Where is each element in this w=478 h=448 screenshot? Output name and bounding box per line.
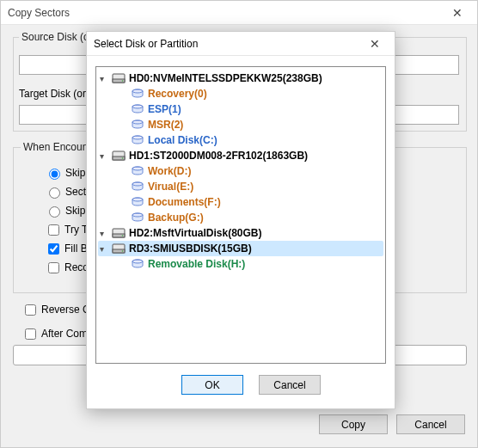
disk-icon bbox=[112, 72, 126, 84]
tree-node-label: RD3:SMIUSBDISK(15GB) bbox=[129, 242, 252, 255]
tree-partition-node[interactable]: Removable Disk(H:) bbox=[117, 256, 383, 272]
partition-icon bbox=[131, 165, 144, 177]
disk-tree[interactable]: ▾HD0:NVMeINTELSSDPEKKW25(238GB)Recovery(… bbox=[95, 66, 386, 364]
select-disk-window: Select Disk or Partition ✕ ▾HD0:NVMeINTE… bbox=[86, 31, 395, 409]
tree-partition-node[interactable]: Local Disk(C:) bbox=[117, 132, 383, 148]
target-label: Target Disk (or bbox=[19, 88, 86, 100]
tree-node-label: Work(D:) bbox=[148, 165, 191, 177]
tree-node-label: MSR(2) bbox=[148, 119, 183, 131]
partition-icon bbox=[131, 88, 144, 100]
tree-partition-node[interactable]: Virual(E:) bbox=[117, 179, 383, 194]
disk-icon bbox=[112, 227, 126, 239]
svg-point-27 bbox=[122, 250, 124, 252]
tree-node-label: Removable Disk(H:) bbox=[148, 258, 245, 270]
partition-icon bbox=[131, 258, 144, 270]
tree-partition-node[interactable]: Work(D:) bbox=[117, 163, 383, 179]
copy-button[interactable]: Copy bbox=[319, 414, 388, 434]
tree-collapse-icon[interactable]: ▾ bbox=[100, 74, 108, 83]
partition-icon bbox=[131, 134, 144, 146]
when-encount-label: When Encount bbox=[21, 141, 94, 153]
tree-node-label: ESP(1) bbox=[148, 103, 181, 115]
tree-partition-node[interactable]: Documents(F:) bbox=[117, 194, 383, 210]
select-disk-titlebar: Select Disk or Partition ✕ bbox=[87, 32, 395, 56]
modal-close-icon[interactable]: ✕ bbox=[362, 32, 388, 56]
ok-button[interactable]: OK bbox=[181, 375, 243, 395]
svg-point-24 bbox=[122, 235, 124, 236]
tree-node-label: Local Disk(C:) bbox=[148, 134, 218, 146]
copy-sectors-titlebar: Copy Sectors ✕ bbox=[1, 1, 477, 25]
tree-node-label: Documents(F:) bbox=[148, 196, 221, 208]
tree-node-label: HD2:MsftVirtualDisk(80GB) bbox=[129, 227, 261, 239]
check-after[interactable]: After Comp bbox=[21, 324, 94, 343]
tree-disk-node[interactable]: ▾HD1:ST2000DM008-2FR102(1863GB) bbox=[98, 148, 383, 163]
tree-disk-node[interactable]: ▾RD3:SMIUSBDISK(15GB) bbox=[98, 241, 383, 256]
tree-disk-node[interactable]: ▾HD2:MsftVirtualDisk(80GB) bbox=[98, 225, 383, 241]
tree-collapse-icon[interactable]: ▾ bbox=[100, 244, 108, 253]
select-disk-title: Select Disk or Partition bbox=[94, 38, 198, 50]
partition-icon bbox=[131, 181, 144, 193]
partition-icon bbox=[131, 212, 144, 224]
copy-sectors-title: Copy Sectors bbox=[8, 7, 70, 19]
tree-partition-node[interactable]: ESP(1) bbox=[117, 101, 383, 117]
tree-partition-node[interactable]: MSR(2) bbox=[117, 117, 383, 132]
close-icon[interactable]: ✕ bbox=[444, 1, 470, 25]
tree-disk-node[interactable]: ▾HD0:NVMeINTELSSDPEKKW25(238GB) bbox=[98, 71, 383, 86]
cancel-button[interactable]: Cancel bbox=[396, 414, 465, 434]
tree-node-label: Virual(E:) bbox=[148, 181, 193, 193]
tree-node-label: HD0:NVMeINTELSSDPEKKW25(238GB) bbox=[129, 72, 322, 84]
tree-partition-node[interactable]: Backup(G:) bbox=[117, 210, 383, 225]
tree-collapse-icon[interactable]: ▾ bbox=[100, 229, 108, 237]
partition-icon bbox=[131, 119, 144, 131]
tree-node-label: Backup(G:) bbox=[148, 212, 204, 224]
svg-point-13 bbox=[122, 157, 124, 159]
partition-icon bbox=[131, 103, 144, 115]
check-reverse[interactable]: Reverse Co bbox=[21, 300, 95, 319]
tree-node-label: Recovery(0) bbox=[148, 88, 207, 100]
tree-collapse-icon[interactable]: ▾ bbox=[100, 151, 108, 160]
tree-node-label: HD1:ST2000DM008-2FR102(1863GB) bbox=[129, 150, 308, 162]
tree-partition-node[interactable]: Recovery(0) bbox=[117, 86, 383, 101]
svg-point-2 bbox=[122, 80, 124, 82]
partition-icon bbox=[131, 196, 144, 208]
source-label: Source Disk (or bbox=[19, 31, 95, 43]
disk-icon bbox=[112, 242, 126, 255]
modal-cancel-button[interactable]: Cancel bbox=[259, 375, 321, 395]
disk-icon bbox=[112, 150, 126, 162]
